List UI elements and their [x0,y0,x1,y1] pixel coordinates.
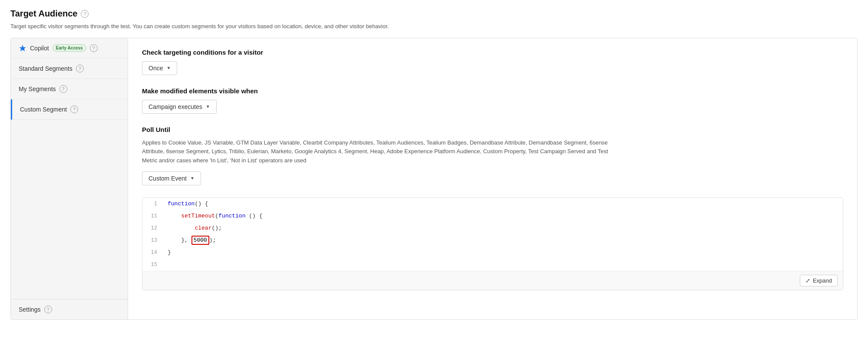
highlight-5000: 5000 [191,236,209,245]
page-title: Target Audience [10,9,77,19]
settings-label: Settings [19,306,41,313]
poll-until-value: Custom Event [149,175,187,182]
code-line-13: 13 }, 5000); [142,234,843,247]
check-targeting-section: Check targeting conditions for a visitor… [142,49,843,75]
sidebar-custom-segment-label: Custom Segment [20,106,67,113]
my-segments-help-icon[interactable]: ? [59,85,67,93]
poll-until-description: Applies to Cookie Value, JS Variable, GT… [142,138,620,165]
main-layout: Copilot Early Access ? Standard Segments… [10,38,858,320]
line-number-11: 11 [142,213,164,219]
sidebar-standard-segments-label: Standard Segments [19,65,73,72]
custom-segment-help-icon[interactable]: ? [70,105,78,113]
line-number-15: 15 [142,262,164,268]
sidebar: Copilot Early Access ? Standard Segments… [11,38,128,319]
sidebar-footer[interactable]: Settings ? [11,299,128,319]
early-access-badge: Early Access [53,44,86,52]
copilot-icon [19,44,26,52]
line-number-12: 12 [142,225,164,231]
line-number-14: 14 [142,250,164,256]
main-content: Check targeting conditions for a visitor… [128,38,857,319]
sidebar-copilot-label: Copilot [30,45,49,52]
expand-icon: ⤢ [805,277,810,284]
code-editor-footer: ⤢ Expand [142,271,843,290]
line-number-13: 13 [142,237,164,243]
sidebar-item-custom-segment[interactable]: Custom Segment ? [11,99,128,120]
make-visible-title: Make modified elements visible when [142,87,843,95]
check-targeting-title: Check targeting conditions for a visitor [142,49,843,56]
code-line-11: 11 setTimeout(function () { [142,210,843,222]
poll-until-dropdown[interactable]: Custom Event ▼ [142,171,201,185]
copilot-help-icon[interactable]: ? [90,44,98,52]
sidebar-item-my-segments[interactable]: My Segments ? [11,79,128,99]
code-content-13[interactable]: }, 5000); [164,235,843,245]
standard-segments-help-icon[interactable]: ? [76,65,84,72]
sidebar-my-segments-label: My Segments [19,86,56,92]
page-help-icon[interactable]: ? [81,10,89,18]
make-visible-section: Make modified elements visible when Camp… [142,87,843,114]
expand-button[interactable]: ⤢ Expand [800,275,838,286]
poll-until-arrow: ▼ [190,176,195,181]
poll-until-title: Poll Until [142,126,843,133]
page-description: Target specific visitor segments through… [10,22,858,31]
code-content-14[interactable]: } [164,247,843,257]
page-header: Target Audience ? [10,9,858,19]
make-visible-value: Campaign executes [149,103,202,110]
check-targeting-arrow: ▼ [166,66,171,70]
settings-help-icon[interactable]: ? [44,306,52,313]
code-line-14: 14 } [142,247,843,259]
sidebar-item-standard-segments[interactable]: Standard Segments ? [11,59,128,79]
make-visible-arrow: ▼ [206,104,210,109]
expand-label: Expand [813,277,832,284]
code-editor: 1 function() { 11 setTimeout(function ()… [142,197,843,290]
code-line-1: 1 function() { [142,198,843,210]
check-targeting-dropdown[interactable]: Once ▼ [142,61,177,75]
code-content-1[interactable]: function() { [164,199,843,209]
code-content-12[interactable]: clear(); [164,223,843,233]
sidebar-item-copilot[interactable]: Copilot Early Access ? [11,38,128,59]
sidebar-nav: Copilot Early Access ? Standard Segments… [11,38,128,299]
code-content-15[interactable] [164,260,843,270]
code-line-12: 12 clear(); [142,222,843,234]
check-targeting-value: Once [149,65,163,72]
line-number-1: 1 [142,201,164,207]
make-visible-dropdown[interactable]: Campaign executes ▼ [142,100,217,114]
code-content-11[interactable]: setTimeout(function () { [164,211,843,221]
poll-until-section: Poll Until Applies to Cookie Value, JS V… [142,126,843,185]
code-line-15: 15 [142,259,843,271]
